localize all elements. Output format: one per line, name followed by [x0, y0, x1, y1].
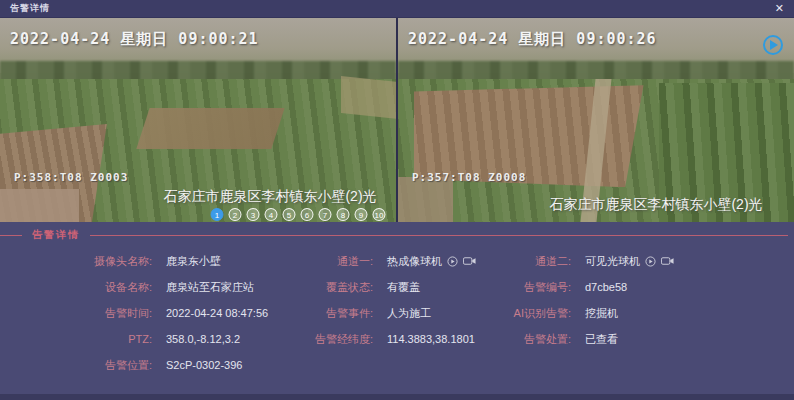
- ptz-osd-overlay: P:357:T08 Z0008: [412, 171, 526, 184]
- video-camera-icon[interactable]: [463, 256, 476, 266]
- field-value: d7cbe58: [585, 281, 627, 293]
- field-alarm-time: 告警时间: 2022-04-24 08:47:56: [0, 300, 300, 326]
- alarm-detail-window: 告警详情 ✕ 2022-04-24 星期日 09:00:21 P:358:T08…: [0, 0, 794, 400]
- field-value: 鹿泉东小壁: [166, 254, 221, 269]
- field-alarm-handling: 告警处置: 已查看: [495, 326, 755, 352]
- dirt-patch: [341, 76, 396, 119]
- timestamp-overlay: 2022-04-24 星期日 09:00:21: [10, 30, 259, 49]
- preset-pagination: 1 2 3 4 5 6 7 8 9 10: [211, 208, 386, 221]
- camera-location-caption: 石家庄市鹿泉区李村镇东小壁(2)光: [549, 196, 762, 214]
- ptz-osd-overlay: P:358:T08 Z0003: [14, 171, 128, 184]
- detail-column-1: 摄像头名称: 鹿泉东小壁 设备名称: 鹿泉站至石家庄站 告警时间: 2022-0…: [0, 248, 300, 378]
- field-value: 热成像球机: [387, 254, 442, 269]
- detail-column-2: 通道一: 热成像球机 覆盖状态: 有覆盖: [295, 248, 505, 352]
- page-dot-6[interactable]: 6: [301, 208, 314, 221]
- field-label: 告警位置:: [0, 358, 152, 373]
- field-label: 告警经纬度:: [295, 332, 373, 347]
- field-channel-2: 通道二: 可见光球机: [495, 248, 755, 274]
- page-dot-9[interactable]: 9: [355, 208, 368, 221]
- field-value: 可见光球机: [585, 254, 640, 269]
- dirt-patch: [136, 108, 284, 149]
- field-value: 114.3883,38.1801: [387, 333, 475, 345]
- play-icon[interactable]: [447, 256, 458, 267]
- page-dot-7[interactable]: 7: [319, 208, 332, 221]
- field-alarm-position: 告警位置: S2cP-0302-396: [0, 352, 300, 378]
- video-camera-icon[interactable]: [661, 256, 674, 266]
- field-label: 告警事件:: [295, 306, 373, 321]
- video-feeds: 2022-04-24 星期日 09:00:21 P:358:T08 Z0003 …: [0, 18, 794, 222]
- field-label: 告警编号:: [495, 280, 571, 295]
- field-value: 有覆盖: [387, 280, 420, 295]
- field-device-name: 设备名称: 鹿泉站至石家庄站: [0, 274, 300, 300]
- field-label: 告警处置:: [495, 332, 571, 347]
- field-camera-name: 摄像头名称: 鹿泉东小壁: [0, 248, 300, 274]
- field-label: 通道二:: [495, 254, 571, 269]
- divider-line: [90, 235, 788, 236]
- timestamp-overlay: 2022-04-24 星期日 09:00:26: [408, 30, 657, 49]
- alarm-event-link[interactable]: 人为施工: [387, 306, 431, 321]
- dirt-patch: [0, 189, 79, 222]
- video-feed-right[interactable]: 2022-04-24 星期日 09:00:26 P:357:T08 Z0008 …: [398, 18, 794, 222]
- field-label: AI识别告警:: [495, 306, 571, 321]
- page-dot-8[interactable]: 8: [337, 208, 350, 221]
- field-label: PTZ:: [0, 333, 152, 345]
- field-alarm-event: 告警事件: 人为施工: [295, 300, 505, 326]
- footer-strip: [0, 394, 794, 400]
- field-value: 已查看: [585, 332, 618, 347]
- field-label: 设备名称:: [0, 280, 152, 295]
- field-value: 2022-04-24 08:47:56: [166, 307, 268, 319]
- field-value: 鹿泉站至石家庄站: [166, 280, 254, 295]
- section-title: 告警详情: [32, 228, 80, 242]
- section-header: 告警详情: [0, 228, 794, 242]
- page-dot-5[interactable]: 5: [283, 208, 296, 221]
- page-dot-3[interactable]: 3: [247, 208, 260, 221]
- field-label: 摄像头名称:: [0, 254, 152, 269]
- field-channel-1: 通道一: 热成像球机: [295, 248, 505, 274]
- titlebar: 告警详情 ✕: [0, 0, 794, 18]
- field-value: 挖掘机: [585, 306, 618, 321]
- video-feed-left[interactable]: 2022-04-24 星期日 09:00:21 P:358:T08 Z0003 …: [0, 18, 396, 222]
- alarm-detail-panel: 告警详情 摄像头名称: 鹿泉东小壁 设备名称: 鹿泉站至石家庄站 告警时间: 2…: [0, 222, 794, 394]
- field-value: 358.0,-8.12,3.2: [166, 333, 240, 345]
- ptz-navigate-icon[interactable]: [762, 34, 784, 60]
- field-ptz: PTZ: 358.0,-8.12,3.2: [0, 326, 300, 352]
- page-dot-4[interactable]: 4: [265, 208, 278, 221]
- page-dot-10[interactable]: 10: [373, 208, 386, 221]
- field-alarm-id: 告警编号: d7cbe58: [495, 274, 755, 300]
- detail-column-3: 通道二: 可见光球机 告警编号: d7cbe58: [495, 248, 755, 352]
- window-title: 告警详情: [10, 2, 50, 15]
- field-ai-recognized-alarm: AI识别告警: 挖掘机: [495, 300, 755, 326]
- field-value: S2cP-0302-396: [166, 359, 242, 371]
- page-dot-1[interactable]: 1: [211, 208, 224, 221]
- close-icon[interactable]: ✕: [775, 3, 784, 14]
- field-label: 告警时间:: [0, 306, 152, 321]
- field-coverage-status: 覆盖状态: 有覆盖: [295, 274, 505, 300]
- field-label: 通道一:: [295, 254, 373, 269]
- play-icon[interactable]: [645, 256, 656, 267]
- field-label: 覆盖状态:: [295, 280, 373, 295]
- camera-location-caption: 石家庄市鹿泉区李村镇东小壁(2)光: [163, 188, 376, 206]
- page-dot-2[interactable]: 2: [229, 208, 242, 221]
- field-alarm-coordinates: 告警经纬度: 114.3883,38.1801: [295, 326, 505, 352]
- divider-line: [0, 235, 22, 236]
